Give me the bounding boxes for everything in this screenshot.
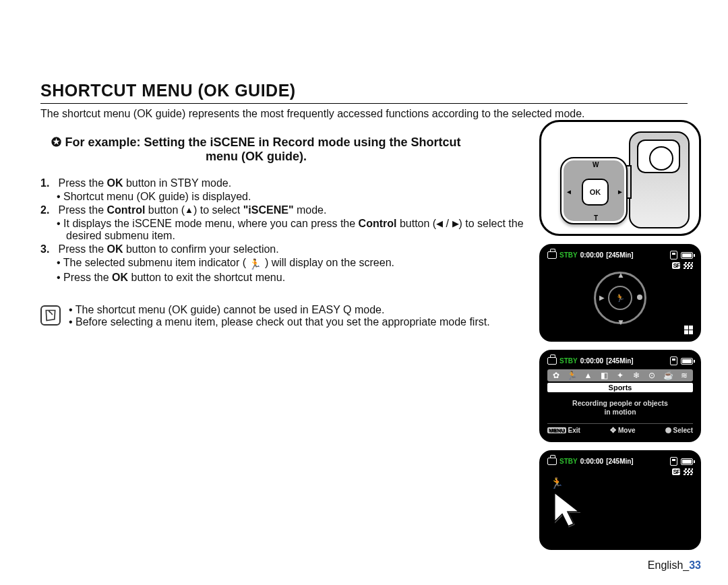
step-3-text-c: button to confirm your selection. bbox=[123, 243, 278, 255]
resolution-icon bbox=[684, 468, 693, 475]
step-3-b2-a: Press the bbox=[63, 272, 112, 283]
step-3-bullet-1: The selected submenu item indicator ( 🏃 … bbox=[66, 257, 526, 270]
softkey-move[interactable]: ✥Move bbox=[610, 426, 636, 435]
scene-selected-label: Sports bbox=[547, 383, 693, 392]
wheel-down-icon[interactable]: ▼ bbox=[617, 317, 625, 327]
up-arrow-icon: ▲ bbox=[185, 205, 193, 215]
right-arrow-icon: ▶ bbox=[452, 218, 459, 228]
step-3-b1-a: The selected submenu item indicator ( bbox=[63, 257, 249, 268]
scene-waterfall-icon[interactable]: ≋ bbox=[678, 371, 690, 380]
step-2-iscene: "iSCENE" bbox=[243, 204, 294, 216]
step-2-bullet-1: It displays the iSCENE mode menu, where … bbox=[66, 218, 526, 242]
step-2-b1-a: It displays the iSCENE mode menu, where … bbox=[63, 218, 359, 229]
ok-pad-w[interactable]: W bbox=[593, 161, 599, 168]
sf-quality-icon: SF bbox=[672, 468, 680, 475]
thumbnail-index-icon bbox=[684, 326, 693, 334]
step-2-b1-c: button ( bbox=[396, 218, 436, 229]
camcorder-lens bbox=[637, 140, 680, 173]
scene-snow-icon[interactable]: ❄ bbox=[630, 371, 642, 380]
lcd3-timecode: 0:00:00 bbox=[580, 458, 603, 465]
iscene-core-icon[interactable]: 🏃 bbox=[608, 286, 632, 310]
battery-icon bbox=[681, 458, 693, 465]
footer-sep: _ bbox=[683, 559, 689, 571]
step-2-b1-control: Control bbox=[359, 218, 397, 229]
battery-icon bbox=[681, 252, 693, 259]
battery-icon bbox=[681, 358, 693, 365]
step-3-num: 3. bbox=[40, 243, 55, 255]
wheel-up-icon[interactable]: ▲ bbox=[617, 270, 625, 280]
lcd1-remain: [245Min] bbox=[606, 251, 634, 259]
scene-desc-l2: in motion bbox=[546, 408, 694, 417]
footer-lang: English bbox=[648, 559, 683, 571]
lcd2-timecode: 0:00:00 bbox=[580, 357, 603, 365]
scene-portrait-icon[interactable]: ▲ bbox=[582, 371, 594, 380]
step-3-b2-c: button to exit the shortcut menu. bbox=[128, 272, 285, 283]
lcd-screen-2: STBY 0:00:00 [245Min] ✿ 🏃 ▲ ◧ ✦ ❄ ⊙ ☕ ≋ … bbox=[539, 350, 701, 442]
step-2-num: 2. bbox=[40, 204, 55, 216]
scene-auto-icon[interactable]: ✿ bbox=[550, 371, 562, 380]
intro-text: The shortcut menu (OK guide) represents … bbox=[40, 108, 688, 120]
lcd3-stby: STBY bbox=[559, 458, 578, 465]
svg-marker-0 bbox=[555, 493, 579, 526]
cursor-arrow-icon bbox=[553, 491, 584, 530]
card-icon bbox=[670, 251, 677, 259]
ok-pad-right[interactable]: ► bbox=[617, 188, 624, 195]
step-3-b2-ok: OK bbox=[112, 272, 128, 283]
ok-pad-t[interactable]: T bbox=[594, 214, 598, 222]
step-2-text-d: ) to select bbox=[193, 204, 243, 216]
step-1-num: 1. bbox=[40, 177, 55, 189]
page-footer: English_33 bbox=[648, 559, 701, 572]
menu-key-icon: MENU bbox=[547, 427, 566, 433]
runner-icon: 🏃 bbox=[249, 258, 262, 270]
step-2-control: Control bbox=[107, 204, 145, 216]
lcd-screen-1: STBY 0:00:00 [245Min] SF 🏃 ▲ ▼ ▶ bbox=[539, 244, 701, 342]
camcorder-mode-icon bbox=[547, 357, 557, 365]
lcd1-stby: STBY bbox=[559, 251, 578, 259]
step-2-b1-d: / bbox=[443, 218, 452, 229]
ok-pad-left[interactable]: ◄ bbox=[566, 188, 572, 195]
scene-highspeed-icon[interactable]: ⊙ bbox=[646, 371, 658, 380]
step-1-text-a: Press the bbox=[58, 177, 107, 189]
iscene-indicator-icon: 🏃 bbox=[550, 476, 564, 489]
note-block: The shortcut menu (OK guide) cannot be u… bbox=[40, 304, 533, 328]
step-3: 3. Press the OK button to confirm your s… bbox=[40, 243, 526, 255]
step-1: 1. Press the OK button in STBY mode. bbox=[40, 177, 526, 189]
nav-move-icon: ✥ bbox=[610, 426, 616, 435]
softkey-select[interactable]: Select bbox=[665, 426, 693, 435]
title-rule bbox=[40, 103, 688, 104]
scene-spotlight-icon[interactable]: ◧ bbox=[598, 371, 610, 380]
wheel-right-rec-icon[interactable] bbox=[637, 295, 642, 300]
step-2: 2. Press the Control button (▲) to selec… bbox=[40, 204, 526, 216]
scene-beach-icon[interactable]: ✦ bbox=[614, 371, 626, 380]
lcd3-remain: [245Min] bbox=[606, 458, 634, 465]
left-arrow-icon: ◀ bbox=[436, 218, 443, 228]
scene-desc-l1: Recording people or objects bbox=[546, 399, 694, 408]
step-2-text-f: mode. bbox=[294, 204, 327, 216]
resolution-icon bbox=[684, 262, 693, 269]
card-icon bbox=[670, 457, 677, 466]
softkey-exit[interactable]: MENUExit bbox=[547, 426, 580, 435]
iscene-strip[interactable]: ✿ 🏃 ▲ ◧ ✦ ❄ ⊙ ☕ ≋ bbox=[547, 369, 693, 381]
wheel-left-play-icon[interactable]: ▶ bbox=[599, 294, 605, 301]
note-2: Before selecting a menu item, please che… bbox=[69, 316, 490, 328]
example-heading: ✪ For example: Setting the iSCENE in Rec… bbox=[40, 135, 472, 164]
sf-quality-icon: SF bbox=[672, 262, 680, 269]
scene-food-icon[interactable]: ☕ bbox=[662, 371, 674, 380]
step-3-ok: OK bbox=[107, 243, 123, 255]
ok-pad-ok-button[interactable]: OK bbox=[582, 179, 609, 206]
shortcut-wheel: 🏃 ▲ ▼ ▶ bbox=[594, 272, 646, 324]
ok-pad: OK W T ◄ ► bbox=[560, 157, 628, 224]
lcd2-remain: [245Min] bbox=[606, 357, 634, 365]
scene-sports-icon[interactable]: 🏃 bbox=[566, 371, 578, 380]
step-3-text-a: Press the bbox=[58, 243, 107, 255]
camcorder-mode-icon bbox=[547, 458, 557, 465]
example-heading-text: ✪ For example: Setting the iSCENE in Rec… bbox=[51, 135, 460, 163]
step-1-ok: OK bbox=[107, 177, 123, 189]
note-icon bbox=[40, 305, 61, 326]
page-number: 33 bbox=[689, 559, 701, 571]
step-2-text-a: Press the bbox=[58, 204, 107, 216]
camcorder-illustration: OK W T ◄ ► bbox=[539, 120, 701, 236]
lcd1-timecode: 0:00:00 bbox=[580, 251, 603, 259]
step-3-b1-b: ) will display on the screen. bbox=[262, 257, 394, 268]
note-1: The shortcut menu (OK guide) cannot be u… bbox=[69, 304, 490, 316]
